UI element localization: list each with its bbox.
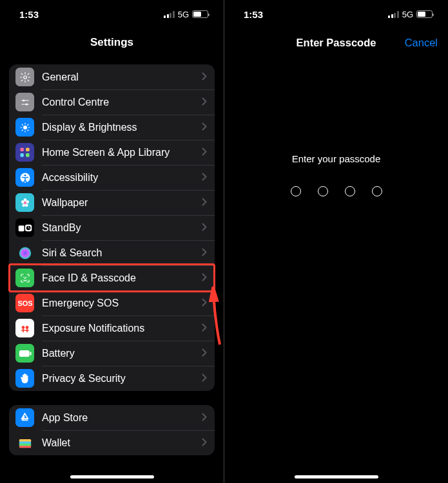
svg-point-24	[25, 326, 28, 329]
settings-row-wallpaper[interactable]: Wallpaper	[9, 190, 215, 215]
chevron-right-icon	[202, 197, 207, 209]
settings-row-label: Exposure Notifications	[42, 323, 202, 334]
cancel-button[interactable]: Cancel	[405, 37, 438, 49]
page-title: Settings	[0, 28, 224, 57]
chevron-right-icon	[202, 437, 207, 449]
chevron-right-icon	[202, 172, 207, 184]
svg-rect-25	[19, 350, 29, 357]
settings-row-battery[interactable]: Battery	[9, 341, 215, 366]
settings-group-store: App StoreWallet	[9, 405, 215, 455]
appstore-icon	[15, 408, 34, 427]
svg-rect-26	[30, 352, 31, 355]
settings-row-label: StandBy	[42, 222, 202, 234]
exposure-icon	[15, 319, 34, 337]
settings-row-label: General	[42, 71, 202, 83]
control-centre-icon	[15, 93, 34, 111]
chevron-right-icon	[202, 71, 207, 83]
settings-row-display[interactable]: Display & Brightness	[9, 115, 215, 140]
svg-point-11	[23, 198, 26, 202]
cell-signal-icon	[164, 11, 175, 18]
svg-point-9	[24, 174, 26, 176]
chevron-right-icon	[202, 247, 207, 259]
svg-point-2	[25, 103, 27, 105]
settings-row-label: Wallet	[42, 437, 202, 449]
passcode-dot	[372, 186, 382, 196]
accessibility-icon	[15, 168, 34, 187]
settings-row-label: Control Centre	[42, 97, 202, 108]
network-type: 5G	[402, 10, 413, 19]
settings-row-siri[interactable]: Siri & Search	[9, 240, 215, 265]
standby-icon	[15, 218, 34, 237]
passcode-dot	[318, 186, 328, 196]
wallet-icon	[15, 433, 34, 452]
settings-row-wallet[interactable]: Wallet	[9, 430, 215, 455]
settings-row-label: Emergency SOS	[42, 298, 202, 309]
chevron-right-icon	[202, 97, 207, 108]
svg-point-12	[26, 200, 29, 204]
phone-screen-settings: 1:53 5G Settings GeneralControl CentreDi…	[0, 0, 224, 483]
status-time: 1:53	[19, 9, 39, 20]
chevron-right-icon	[202, 323, 207, 334]
settings-row-label: Battery	[42, 348, 202, 359]
settings-row-privacy[interactable]: Privacy & Security	[9, 366, 215, 391]
svg-point-15	[21, 200, 24, 204]
passcode-title: Enter Passcode	[297, 37, 376, 49]
settings-row-label: Siri & Search	[42, 247, 202, 259]
settings-row-control-centre[interactable]: Control Centre	[9, 90, 215, 115]
sos-icon: SOS	[15, 294, 34, 312]
svg-rect-4	[20, 147, 24, 151]
settings-row-general[interactable]: General	[9, 64, 215, 90]
passcode-header: Enter Passcode Cancel	[224, 28, 448, 57]
chevron-right-icon	[202, 222, 207, 234]
svg-rect-5	[26, 147, 30, 151]
svg-point-20	[23, 276, 24, 278]
chevron-right-icon	[202, 272, 207, 284]
chevron-right-icon	[202, 122, 207, 133]
settings-row-label: Display & Brightness	[42, 122, 202, 133]
svg-rect-30	[19, 446, 31, 448]
home-indicator[interactable]	[70, 475, 154, 478]
home-indicator[interactable]	[295, 475, 378, 478]
wallpaper-icon	[15, 193, 34, 212]
settings-row-sos[interactable]: SOSEmergency SOS	[9, 290, 215, 316]
status-bar: 1:53 5G	[0, 0, 224, 28]
network-type: 5G	[178, 10, 189, 19]
chevron-right-icon	[202, 298, 207, 309]
svg-point-19	[19, 247, 30, 258]
svg-point-13	[24, 204, 28, 207]
settings-row-label: App Store	[42, 412, 202, 424]
svg-rect-7	[26, 153, 30, 157]
cell-signal-icon	[388, 11, 399, 18]
svg-point-21	[26, 276, 27, 278]
passcode-dot	[345, 186, 355, 196]
status-bar: 1:53 5G	[224, 0, 448, 28]
privacy-icon	[15, 369, 34, 388]
passcode-dot	[291, 186, 301, 196]
svg-point-14	[22, 204, 25, 207]
battery-icon	[15, 344, 34, 363]
svg-point-23	[21, 326, 24, 329]
settings-row-accessibility[interactable]: Accessibility	[9, 165, 215, 190]
status-time: 1:53	[244, 9, 263, 20]
svg-point-0	[23, 75, 26, 79]
svg-point-3	[23, 126, 27, 129]
svg-point-1	[23, 99, 24, 101]
battery-icon	[192, 10, 208, 18]
settings-row-faceid[interactable]: Face ID & Passcode	[9, 265, 215, 290]
faceid-icon	[15, 269, 34, 287]
phone-screen-passcode: 1:53 5G Enter Passcode Cancel Enter your…	[224, 0, 448, 483]
settings-row-standby[interactable]: StandBy	[9, 215, 215, 240]
settings-row-exposure[interactable]: Exposure Notifications	[9, 316, 215, 341]
settings-row-home-screen[interactable]: Home Screen & App Library	[9, 140, 215, 165]
svg-rect-16	[18, 225, 24, 231]
settings-group-main: GeneralControl CentreDisplay & Brightnes…	[9, 64, 215, 391]
general-icon	[15, 68, 34, 86]
chevron-right-icon	[202, 412, 207, 424]
display-icon	[15, 118, 34, 137]
home-screen-icon	[15, 143, 34, 162]
settings-row-appstore[interactable]: App Store	[9, 405, 215, 430]
battery-icon	[416, 10, 433, 18]
chevron-right-icon	[202, 348, 207, 359]
passcode-prompt: Enter your passcode	[292, 153, 381, 164]
siri-icon	[15, 243, 34, 262]
